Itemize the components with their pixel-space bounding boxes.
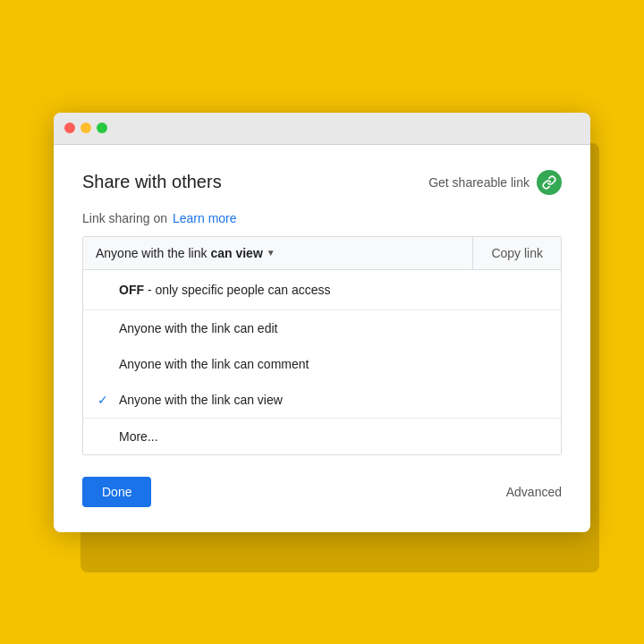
check-mark-off [97, 283, 112, 297]
title-bar [54, 113, 590, 145]
check-mark-can-edit [97, 321, 112, 335]
copy-link-button[interactable]: Copy link [472, 237, 561, 269]
dropdown-menu: OFF - only specific people can access An… [83, 269, 561, 454]
minimize-button[interactable] [80, 123, 91, 133]
option-can-edit[interactable]: Anyone with the link can edit [83, 310, 561, 346]
link-icon [537, 170, 562, 195]
check-mark-can-view: ✓ [97, 393, 112, 407]
check-mark-more [97, 429, 112, 444]
option-more[interactable]: More... [83, 418, 561, 454]
option-off[interactable]: OFF - only specific people can access [83, 270, 561, 310]
option-can-comment[interactable]: Anyone with the link can comment [83, 346, 561, 382]
close-button[interactable] [64, 123, 75, 133]
get-shareable-link-button[interactable]: Get shareable link [428, 170, 562, 195]
check-mark-can-comment [97, 357, 112, 371]
option-can-view-label: Anyone with the link can view [119, 393, 283, 407]
dropdown-header: Anyone with the link can view ▼ Copy lin… [83, 237, 561, 269]
learn-more-link[interactable]: Learn more [173, 211, 237, 225]
dialog-window: Share with others Get shareable link Lin… [54, 113, 590, 532]
chevron-down-icon: ▼ [267, 248, 275, 258]
footer: Done Advanced [82, 477, 562, 507]
dialog-content: Share with others Get shareable link Lin… [54, 145, 590, 532]
link-sharing-status: Link sharing on [82, 211, 167, 225]
option-can-view[interactable]: ✓ Anyone with the link can view [83, 382, 561, 418]
option-off-label: OFF - only specific people can access [119, 283, 331, 297]
maximize-button[interactable] [97, 123, 107, 133]
option-more-label: More... [119, 429, 158, 444]
advanced-button[interactable]: Advanced [506, 485, 562, 499]
link-sharing-row: Link sharing on Learn more [82, 211, 562, 225]
dialog-title: Share with others [82, 172, 222, 192]
dropdown-area: Anyone with the link can view ▼ Copy lin… [82, 236, 562, 455]
option-can-comment-label: Anyone with the link can comment [119, 357, 309, 371]
option-can-edit-label: Anyone with the link can edit [119, 321, 277, 335]
done-button[interactable]: Done [82, 477, 151, 507]
traffic-lights [64, 123, 107, 133]
dropdown-selected-text: Anyone with the link can view [96, 246, 263, 260]
dropdown-selector[interactable]: Anyone with the link can view ▼ [83, 237, 472, 269]
shareable-link-label: Get shareable link [428, 175, 530, 190]
header-row: Share with others Get shareable link [82, 170, 562, 195]
